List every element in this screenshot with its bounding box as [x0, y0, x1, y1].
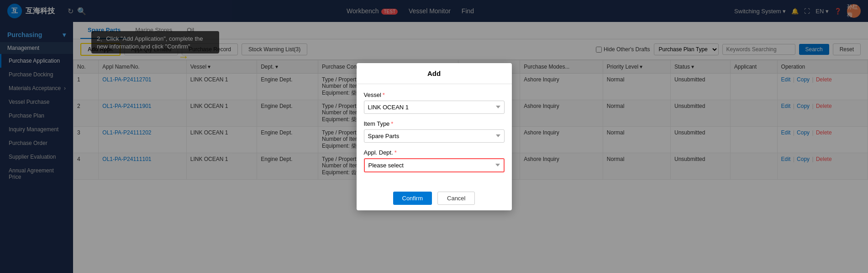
item-type-field: Item Type * Spare Parts	[364, 120, 505, 143]
cancel-button[interactable]: Cancel	[437, 192, 475, 205]
vessel-label: Vessel *	[364, 91, 505, 98]
vessel-required: *	[383, 91, 385, 98]
item-type-required: *	[391, 120, 393, 127]
modal-overlay[interactable]: Add Vessel * LINK OCEAN 1 Item Type * Sp…	[0, 0, 868, 273]
modal-title: Add	[357, 63, 512, 84]
add-modal: Add Vessel * LINK OCEAN 1 Item Type * Sp…	[357, 63, 512, 210]
vessel-field: Vessel * LINK OCEAN 1	[364, 91, 505, 114]
appl-dept-label: Appl. Dept. *	[364, 149, 505, 156]
appl-dept-field: Appl. Dept. * Please select	[364, 149, 505, 172]
vessel-select[interactable]: LINK OCEAN 1	[364, 101, 505, 114]
appl-dept-required: *	[395, 149, 397, 156]
confirm-button[interactable]: Confirm	[393, 192, 432, 205]
appl-dept-select[interactable]: Please select	[364, 158, 505, 172]
modal-footer: Confirm Cancel	[357, 186, 512, 210]
item-type-label: Item Type *	[364, 120, 505, 127]
item-type-select[interactable]: Spare Parts	[364, 129, 505, 143]
modal-body: Vessel * LINK OCEAN 1 Item Type * Spare …	[357, 84, 512, 186]
